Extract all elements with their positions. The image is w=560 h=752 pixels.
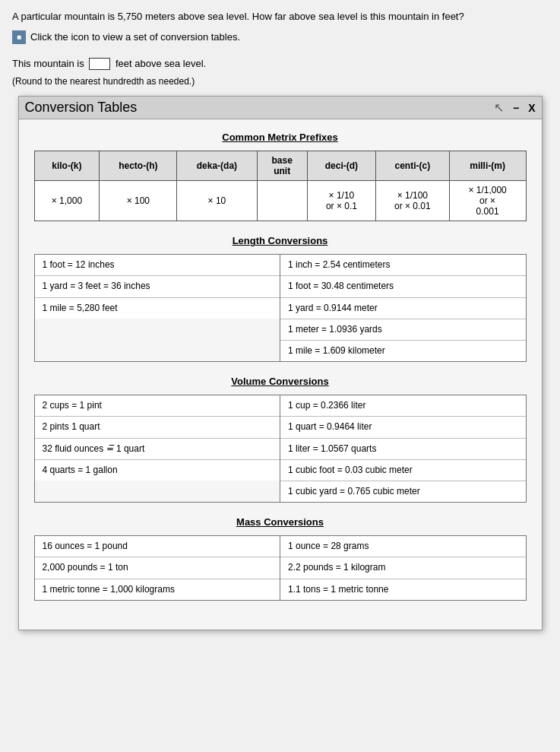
mass-left-2: 1 metric tonne = 1,000 kilograms [35, 579, 280, 600]
question-text: A particular mountain is 5,750 meters ab… [12, 9, 548, 24]
volume-right-2: 1 liter = 1.0567 quarts [280, 439, 526, 460]
volume-right-0: 1 cup = 0.2366 liter [280, 395, 526, 417]
metric-val-deci: × 1/10or × 0.1 [307, 181, 375, 221]
volume-right-3: 1 cubic foot = 0.03 cubic meter [280, 460, 526, 481]
length-right-1: 1 foot = 30.48 centimeters [280, 276, 526, 297]
length-left-col: 1 foot = 12 inches 1 yard = 3 feet = 36 … [34, 254, 281, 362]
mass-left-0: 16 ounces = 1 pound [35, 536, 280, 557]
metric-val-milli: × 1/1,000or ×0.001 [449, 181, 526, 221]
volume-right-4: 1 cubic yard = 0.765 cubic meter [280, 481, 526, 502]
metric-header-kilo: kilo-(k) [34, 151, 100, 181]
volume-left-col: 2 cups = 1 pint 2 pints 1 quart 32 fluid… [34, 395, 281, 503]
metric-prefix-table: kilo-(k) hecto-(h) deka-(da) baseunit de… [34, 151, 527, 221]
close-button[interactable]: X [528, 102, 535, 114]
metric-header-centi: centi-(c) [376, 151, 450, 181]
length-right-2: 1 yard = 0.9144 meter [280, 298, 526, 319]
volume-right-1: 1 quart = 0.9464 liter [280, 417, 526, 438]
metric-val-base [257, 181, 307, 221]
cursor-icon: ↖ [494, 100, 504, 115]
fill-in-row: This mountain is feet above sea level. [12, 56, 548, 72]
conversion-table-icon[interactable]: ■ [12, 30, 26, 44]
round-note: (Round to the nearest hundredth as neede… [12, 76, 548, 87]
metric-header-deka: deka-(da) [177, 151, 257, 181]
metric-val-deka: × 10 [177, 181, 257, 221]
mass-table: 16 ounces = 1 pound 2,000 pounds = 1 ton… [34, 535, 527, 601]
length-right-col: 1 inch = 2.54 centimeters 1 foot = 30.48… [280, 254, 527, 362]
metric-header-hecto: hecto-(h) [100, 151, 177, 181]
volume-section-title: Volume Conversions [34, 376, 527, 387]
volume-left-3: 4 quarts = 1 gallon [35, 460, 280, 481]
minimize-button[interactable]: − [513, 102, 519, 114]
modal-controls: ↖ − X [494, 100, 536, 115]
length-right-3: 1 meter = 1.0936 yards [280, 319, 526, 341]
fill-in-suffix: feet above sea level. [115, 58, 206, 69]
metric-val-hecto: × 100 [100, 181, 177, 221]
length-right-0: 1 inch = 2.54 centimeters [280, 255, 526, 276]
page-background: A particular mountain is 5,750 meters ab… [0, 0, 560, 752]
mass-left-col: 16 ounces = 1 pound 2,000 pounds = 1 ton… [34, 535, 281, 601]
conversion-table-modal: Conversion Tables ↖ − X Common Metrix Pr… [18, 96, 543, 630]
mass-right-1: 2.2 pounds = 1 kilogram [280, 557, 526, 579]
metric-val-kilo: × 1,000 [34, 181, 100, 221]
click-instruction-text: Click the icon to view a set of conversi… [30, 31, 240, 43]
length-section-title: Length Conversions [34, 235, 527, 246]
mass-section-title: Mass Conversions [34, 516, 527, 528]
metric-header-base: baseunit [257, 151, 307, 181]
click-instruction-row: ■ Click the icon to view a set of conver… [12, 30, 548, 44]
metric-header-deci: deci-(d) [307, 151, 375, 181]
length-left-0: 1 foot = 12 inches [35, 255, 280, 276]
length-left-1: 1 yard = 3 feet = 36 inches [35, 276, 280, 297]
mass-right-0: 1 ounce = 28 grams [280, 536, 526, 557]
mass-left-1: 2,000 pounds = 1 ton [35, 557, 280, 579]
modal-titlebar: Conversion Tables ↖ − X [19, 97, 542, 119]
answer-input[interactable] [89, 58, 110, 70]
length-left-2: 1 mile = 5,280 feet [35, 298, 280, 319]
modal-body: Common Metrix Prefixes kilo-(k) hecto-(h… [19, 119, 542, 629]
metric-section-title: Common Metrix Prefixes [34, 132, 527, 143]
volume-table: 2 cups = 1 pint 2 pints 1 quart 32 fluid… [34, 395, 527, 503]
mass-right-2: 1.1 tons = 1 metric tonne [280, 579, 526, 600]
metric-header-milli: milli-(m) [449, 151, 526, 181]
length-right-4: 1 mile = 1.609 kilometer [280, 341, 526, 361]
length-table: 1 foot = 12 inches 1 yard = 3 feet = 36 … [34, 254, 527, 362]
volume-left-0: 2 cups = 1 pint [35, 395, 280, 417]
metric-val-centi: × 1/100or × 0.01 [376, 181, 450, 221]
fill-in-label: This mountain is [12, 58, 84, 69]
mass-right-col: 1 ounce = 28 grams 2.2 pounds = 1 kilogr… [280, 535, 527, 601]
volume-right-col: 1 cup = 0.2366 liter 1 quart = 0.9464 li… [280, 395, 527, 503]
modal-title: Conversion Tables [25, 100, 138, 116]
volume-left-2: 32 fluid ounces =̅ 1 quart [35, 439, 280, 460]
volume-left-1: 2 pints 1 quart [35, 417, 280, 438]
